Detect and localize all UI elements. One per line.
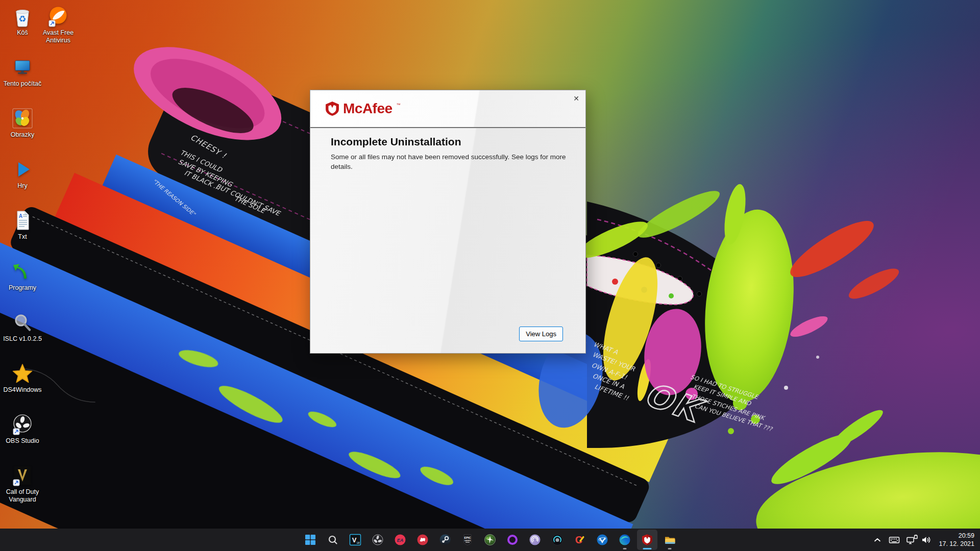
dialog-header: McAfee ™ ✕ bbox=[310, 90, 585, 128]
taskbar-app-riot-games[interactable] bbox=[412, 530, 433, 550]
bittorrent-icon bbox=[529, 534, 541, 546]
touch-keyboard-icon bbox=[888, 534, 900, 546]
desktop-icon-recycle-bin[interactable]: ♻ Kôš bbox=[1, 5, 44, 37]
search-icon bbox=[327, 534, 339, 546]
taskbar-app-ccleaner[interactable]: C bbox=[570, 530, 590, 550]
mcafee-shield-icon bbox=[642, 534, 652, 545]
taskbar-app-dark-ring[interactable] bbox=[547, 530, 568, 550]
riot-vanguard-icon bbox=[596, 534, 608, 546]
taskbar-app-vegas-pro[interactable]: V 18 bbox=[345, 530, 365, 550]
desktop-icon-label: Tento počítač bbox=[4, 80, 41, 88]
desktop-icon-label: Obrazky bbox=[11, 131, 35, 139]
running-indicator bbox=[668, 548, 672, 549]
desktop-icon-label: Txt bbox=[18, 233, 27, 241]
purple-ring-icon bbox=[506, 534, 519, 546]
view-logs-button[interactable]: View Logs bbox=[519, 327, 563, 341]
desktop-icon-label: Programy bbox=[9, 284, 36, 292]
ethernet-network-icon bbox=[905, 534, 919, 546]
vegas-pro-icon: V 18 bbox=[349, 534, 361, 546]
jet-game-icon bbox=[484, 534, 496, 546]
dialog-title: Incomplete Uninstallation bbox=[331, 136, 571, 148]
taskbar-app-ea[interactable]: EA bbox=[390, 530, 410, 550]
active-running-indicator bbox=[643, 548, 652, 549]
desktop: CHEESY ! THIS I COULD SAVE BY KEEPING IT… bbox=[0, 0, 980, 551]
tray-network-volume-button[interactable] bbox=[903, 530, 935, 549]
mcafee-shield-icon bbox=[326, 102, 339, 116]
desktop-icon-cod-vanguard[interactable]: Call of Duty Vanguard bbox=[1, 464, 44, 504]
ccleaner-icon: C bbox=[574, 534, 586, 546]
cod-vanguard-icon bbox=[11, 464, 34, 487]
steam-icon bbox=[439, 534, 451, 546]
desktop-icon-pictures[interactable]: Obrazky bbox=[1, 107, 44, 139]
taskbar-app-file-explorer[interactable] bbox=[659, 530, 680, 550]
clock-time: 20:59 bbox=[939, 532, 974, 540]
desktop-icon-avast[interactable]: Avast Free Antivirus bbox=[39, 5, 78, 44]
taskbar-app-purple-ring[interactable] bbox=[502, 530, 523, 550]
taskbar-app-riot-vanguard[interactable] bbox=[592, 530, 612, 550]
svg-text:EPIC: EPIC bbox=[464, 536, 471, 539]
file-explorer-icon bbox=[664, 534, 676, 546]
dark-ring-icon bbox=[551, 534, 564, 546]
desktop-icon-label: OBS Studio bbox=[6, 437, 39, 445]
taskbar-center-icons: V 18 EA bbox=[300, 530, 680, 550]
desktop-icon-programs[interactable]: Programy bbox=[1, 260, 44, 292]
taskbar-app-edge[interactable] bbox=[615, 530, 635, 550]
epic-games-icon: EPIC GAMES bbox=[461, 534, 474, 546]
taskbar: V 18 EA bbox=[0, 529, 980, 551]
monitor-icon bbox=[11, 56, 34, 79]
avast-icon bbox=[47, 5, 69, 28]
dialog-close-button[interactable]: ✕ bbox=[570, 92, 582, 105]
desktop-icon-label: Kôš bbox=[17, 29, 28, 37]
dialog-message: Some or all files may not have been remo… bbox=[331, 153, 571, 172]
svg-text:18: 18 bbox=[356, 541, 359, 544]
mcafee-logo: McAfee ™ bbox=[326, 102, 401, 116]
obs-icon bbox=[11, 413, 34, 436]
mcafee-dialog-window: McAfee ™ ✕ Incomplete Uninstallation Som… bbox=[310, 90, 586, 354]
trademark-symbol: ™ bbox=[397, 103, 401, 107]
taskbar-app-epic-games[interactable]: EPIC GAMES bbox=[457, 530, 478, 550]
taskbar-app-obs-studio[interactable] bbox=[368, 530, 388, 550]
desktop-icon-islc[interactable]: ISLC v1.0.2.5 bbox=[1, 311, 44, 343]
taskbar-app-jet-game[interactable] bbox=[480, 530, 500, 550]
clock-date: 17. 12. 2021 bbox=[939, 540, 974, 548]
svg-text:♻: ♻ bbox=[18, 14, 26, 24]
start-button[interactable] bbox=[300, 530, 321, 550]
mcafee-wordmark: McAfee bbox=[343, 102, 393, 116]
magnifier-icon bbox=[11, 311, 34, 334]
edge-icon bbox=[619, 534, 631, 546]
volume-icon bbox=[920, 534, 933, 546]
star-icon bbox=[11, 362, 34, 385]
windows-start-icon bbox=[305, 534, 316, 545]
desktop-icon-label: Call of Duty Vanguard bbox=[1, 488, 44, 504]
taskbar-app-mcafee[interactable] bbox=[637, 530, 657, 550]
svg-text:GAMES: GAMES bbox=[464, 540, 472, 542]
desktop-icon-label: DS4Windows bbox=[3, 386, 41, 394]
desktop-icon-txt[interactable]: A Txt bbox=[1, 209, 44, 241]
desktop-icon-label: ISLC v1.0.2.5 bbox=[3, 335, 42, 343]
green-arrow-icon bbox=[11, 260, 34, 283]
svg-text:V: V bbox=[352, 536, 357, 544]
desktop-icon-label: Avast Free Antivirus bbox=[39, 29, 78, 44]
tray-overflow-button[interactable] bbox=[870, 530, 885, 549]
desktop-icon-games[interactable]: Hry bbox=[1, 158, 44, 190]
system-tray: 20:59 17. 12. 2021 bbox=[870, 529, 980, 551]
desktop-icon-ds4windows[interactable]: DS4Windows bbox=[1, 362, 44, 394]
svg-text:A: A bbox=[19, 213, 22, 219]
svg-text:EA: EA bbox=[397, 538, 404, 543]
recycle-bin-icon: ♻ bbox=[11, 5, 34, 28]
search-button[interactable] bbox=[323, 530, 343, 550]
text-document-icon: A bbox=[11, 209, 34, 232]
obs-icon bbox=[372, 534, 384, 546]
desktop-icon-obs-studio[interactable]: OBS Studio bbox=[1, 413, 44, 445]
chevron-up-icon bbox=[872, 534, 883, 545]
tray-touch-keyboard-button[interactable] bbox=[886, 530, 902, 549]
play-triangle-icon bbox=[11, 158, 34, 181]
ea-icon: EA bbox=[394, 534, 406, 546]
running-indicator bbox=[623, 548, 627, 549]
tray-clock[interactable]: 20:59 17. 12. 2021 bbox=[939, 532, 974, 548]
taskbar-app-steam[interactable] bbox=[435, 530, 455, 550]
desktop-icon-this-pc[interactable]: Tento počítač bbox=[1, 56, 44, 88]
butterfly-pictures-icon bbox=[11, 107, 34, 130]
desktop-icon-label: Hry bbox=[17, 182, 27, 190]
taskbar-app-bittorrent[interactable] bbox=[525, 530, 545, 550]
